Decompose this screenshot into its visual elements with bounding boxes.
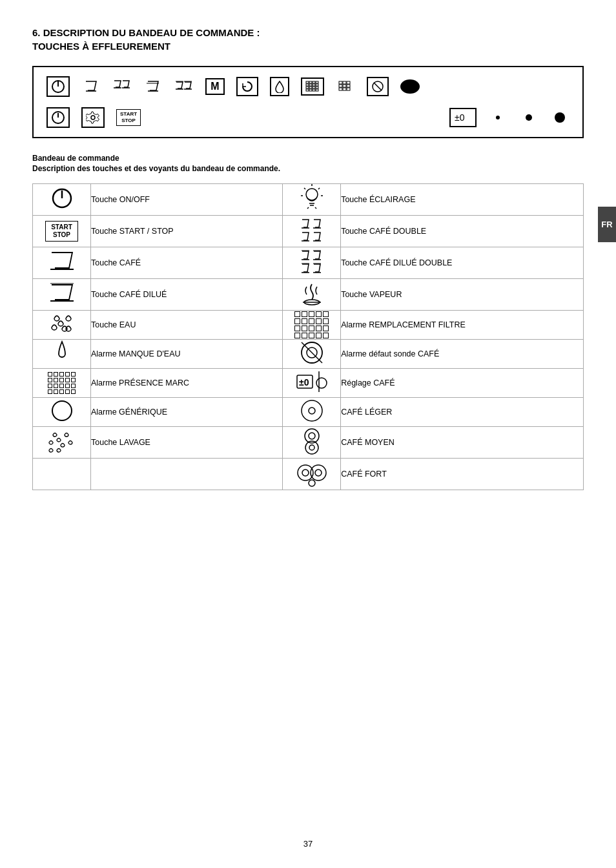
bandeau-desc: Description des touches et des voyants d… <box>32 164 584 173</box>
svg-point-41 <box>496 116 500 119</box>
icon-row-top: M <box>46 76 570 97</box>
text-cell-empty-left <box>91 459 283 490</box>
svg-point-80 <box>52 401 72 420</box>
icon-cell-cafe-dilue-double <box>283 247 341 279</box>
svg-rect-10 <box>306 81 309 83</box>
svg-point-81 <box>302 400 322 421</box>
svg-rect-13 <box>316 81 318 83</box>
svg-rect-19 <box>309 87 312 88</box>
svg-rect-34 <box>347 88 350 90</box>
text-cell-defaut-sonde: Alarme défaut sonde CAFÉ <box>341 340 584 369</box>
page: FR 6. DESCRIPTION DU BANDEAU DE COMMANDE… <box>0 0 616 868</box>
svg-rect-11 <box>309 81 312 83</box>
text-cell-presence-marc: Alarme PRÉSENCE MARC <box>91 369 283 398</box>
text-cell-remplacement-filtre: Alarme REMPLACEMENT FILTRE <box>341 311 584 340</box>
svg-rect-33 <box>343 88 346 90</box>
text-cell-manque-eau: Alarme MANQUE D'EAU <box>91 340 283 369</box>
icon-cell-remplacement-filtre <box>283 311 341 340</box>
svg-line-52 <box>304 188 305 189</box>
svg-rect-20 <box>313 87 315 88</box>
icon-cell-cafe-moyen <box>283 427 341 459</box>
icon-cell-reglage-cafe: ±0 <box>283 369 341 398</box>
table-row: Touche CAFÉ DILUÉ Touche VAPEUR <box>33 279 584 311</box>
panel-icon-dot-small <box>488 114 508 121</box>
table-row: Touche CAFÉ <box>33 247 584 279</box>
icon-row-bottom: START STOP ±0 <box>46 107 570 128</box>
icon-cell-vapeur <box>283 279 341 311</box>
text-cell-reglage-cafe: Réglage CAFÉ <box>341 369 584 398</box>
panel-icon-power <box>46 107 70 128</box>
text-cell-onoff: Touche ON/OFF <box>91 184 283 216</box>
text-cell-cafe-dilue: Touche CAFÉ DILUÉ <box>91 279 283 311</box>
svg-rect-17 <box>316 84 318 86</box>
fr-language-tab: FR <box>598 207 616 242</box>
svg-rect-26 <box>339 81 342 84</box>
svg-rect-24 <box>313 89 315 91</box>
icon-cell-startstop: START STOP <box>33 216 91 247</box>
svg-text:±0: ±0 <box>455 112 465 123</box>
panel-icon-onoff <box>46 76 70 97</box>
page-number: 37 <box>303 839 313 849</box>
text-cell-cafe: Touche CAFÉ <box>91 247 283 279</box>
svg-point-86 <box>309 445 314 450</box>
text-cell-cafe-leger: CAFÉ LÉGER <box>341 398 584 427</box>
panel-icon-drop <box>270 77 289 96</box>
icon-cell-presence-marc <box>33 369 91 398</box>
svg-point-78 <box>316 378 327 388</box>
svg-point-91 <box>309 480 315 486</box>
svg-point-43 <box>555 112 565 123</box>
panel-icon-dot-medium <box>519 113 539 122</box>
panel-icon-gear <box>81 107 105 128</box>
table-row: Touche LAVAGE CAFÉ MOYEN <box>33 427 584 459</box>
table-row: Alarme PRÉSENCE MARC ±0 Réglage CAFÉ <box>33 369 584 398</box>
svg-point-90 <box>315 470 322 476</box>
icon-cell-eau <box>33 311 91 340</box>
icon-cell-defaut-sonde <box>283 340 341 369</box>
text-cell-lavage: Touche LAVAGE <box>91 427 283 459</box>
panel-icon-circle-slash <box>367 77 389 96</box>
icon-cell-manque-eau <box>33 340 91 369</box>
svg-point-84 <box>309 433 315 439</box>
svg-rect-29 <box>339 85 342 87</box>
table-row: START STOP Touche START / STOP <box>33 216 584 247</box>
panel-icon-cup1 <box>81 80 101 93</box>
panel-icon-cup3 <box>143 80 163 93</box>
text-cell-eclairage: Touche ÉCLAIRAGE <box>341 184 584 216</box>
svg-rect-18 <box>306 87 309 88</box>
panel-icon-dot-large <box>550 111 570 124</box>
icon-cell-cafe-fort <box>283 459 341 490</box>
text-cell-cafe-fort: CAFÉ FORT <box>341 459 584 490</box>
svg-rect-12 <box>313 81 315 83</box>
icon-cell-lavage <box>33 427 91 459</box>
section-title: 6. DESCRIPTION DU BANDEAU DE COMMANDE : … <box>32 26 584 53</box>
icon-cell-generique <box>33 398 91 427</box>
panel-icon-grid1 <box>301 78 324 96</box>
control-panel-icon-bar: M <box>32 66 584 138</box>
icon-cell-cafe-dilue <box>33 279 91 311</box>
svg-rect-30 <box>343 85 346 87</box>
panel-icon-filled-circle <box>400 79 420 94</box>
panel-icon-grid2 <box>336 81 355 92</box>
svg-point-88 <box>302 470 309 476</box>
table-row: Touche ON/OFF <box>33 184 584 216</box>
text-cell-cafe-double: Touche CAFÉ DOUBLE <box>341 216 584 247</box>
icon-cell-eclairage <box>283 184 341 216</box>
svg-point-39 <box>91 116 95 119</box>
svg-rect-31 <box>347 85 350 87</box>
panel-icon-adjust: ±0 <box>449 108 477 127</box>
svg-rect-27 <box>343 81 346 84</box>
text-cell-eau: Touche EAU <box>91 311 283 340</box>
svg-point-82 <box>309 408 315 414</box>
svg-rect-16 <box>313 84 315 86</box>
svg-rect-14 <box>306 84 309 86</box>
icon-cell-cafe <box>33 247 91 279</box>
bandeau-label: Bandeau de commande <box>32 154 584 163</box>
text-cell-cafe-moyen: CAFÉ MOYEN <box>341 427 584 459</box>
svg-line-50 <box>318 188 320 189</box>
icon-cell-cafe-double <box>283 216 341 247</box>
panel-icon-cup4 <box>174 79 194 94</box>
svg-text:±0: ±0 <box>299 377 309 388</box>
panel-icon-reload <box>236 77 258 96</box>
svg-line-36 <box>374 83 382 90</box>
svg-line-55 <box>307 207 309 209</box>
